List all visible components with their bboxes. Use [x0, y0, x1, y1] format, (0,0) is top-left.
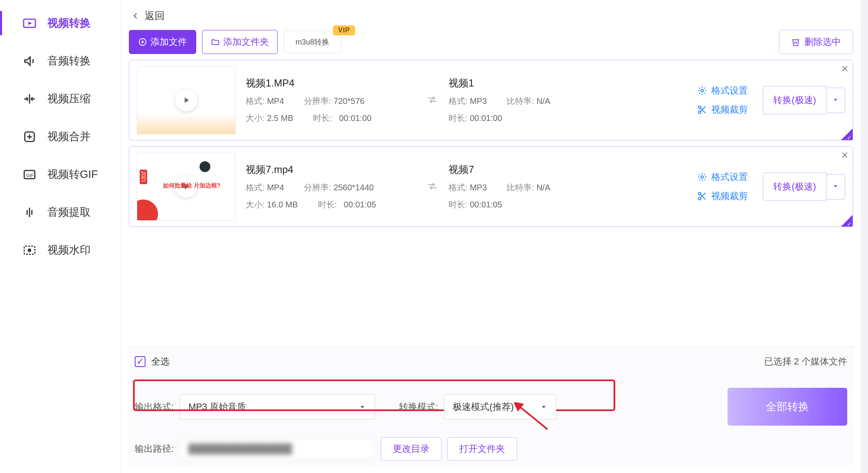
selected-check-icon: ✓: [847, 221, 852, 227]
file-actions: 格式设置 视频裁剪: [697, 84, 748, 116]
sidebar-item-video-merge[interactable]: 视频合并: [0, 118, 121, 155]
sidebar-item-label: 音频提取: [47, 205, 91, 219]
source-filename: 视频1.MP4: [246, 76, 416, 90]
convert-button-group: 转换(极速): [763, 172, 845, 201]
file-thumbnail[interactable]: 2021 如何批量给 片加边框?: [137, 153, 236, 221]
swap-icon: [426, 180, 439, 194]
change-dir-button[interactable]: 更改目录: [381, 437, 441, 461]
sidebar-item-video-convert[interactable]: 视频转换: [0, 4, 121, 42]
sidebar-item-label: 视频压缩: [47, 91, 91, 106]
target-info: 视频7 格式: MP3 比特率: N/A 时长: 00:01:05: [449, 163, 619, 210]
file-actions: 格式设置 视频裁剪: [697, 171, 748, 202]
scissors-icon: [697, 105, 707, 115]
sidebar-item-audio-convert[interactable]: 音频转换: [0, 42, 121, 80]
target-filename: 视频7: [449, 163, 619, 176]
select-all-checkbox[interactable]: ✓: [135, 356, 145, 367]
open-folder-button[interactable]: 打开文件夹: [447, 437, 517, 461]
add-file-button[interactable]: 添加文件: [129, 30, 196, 54]
file-card[interactable]: ✕ ✓ 2021 如何批量给 片加边框? 视频7.mp4 格式: MP4 分辨率…: [129, 146, 853, 227]
output-path-field[interactable]: ████████████████: [180, 438, 375, 460]
m3u8-label: m3u8转换: [296, 38, 329, 46]
video-compress-icon: [22, 92, 37, 106]
add-file-label: 添加文件: [150, 36, 187, 48]
sidebar-item-label: 视频转GIF: [47, 167, 98, 182]
sidebar-item-label: 视频转换: [47, 16, 91, 30]
source-info: 视频7.mp4 格式: MP4 分辨率: 2560*1440 大小: 16.0 …: [246, 163, 416, 210]
sidebar-item-video-watermark[interactable]: 视频水印: [0, 231, 121, 269]
thumb-text: 如何批量给 片加边框?: [163, 182, 220, 190]
convert-dropdown-button[interactable]: [826, 88, 845, 113]
convert-dropdown-button[interactable]: [826, 174, 845, 200]
convert-button-group: 转换(极速): [763, 86, 845, 114]
trash-icon: [791, 37, 800, 47]
plus-circle-icon: [138, 37, 147, 47]
vip-badge: VIP: [333, 25, 355, 35]
sidebar-item-label: 视频合并: [47, 129, 91, 144]
output-path-label: 输出路径:: [135, 443, 174, 455]
close-icon[interactable]: ✕: [841, 150, 848, 161]
video-crop-link[interactable]: 视频裁剪: [697, 103, 748, 116]
sidebar-item-label: 视频水印: [47, 243, 91, 257]
sidebar-item-label: 音频转换: [47, 54, 91, 68]
caret-down-icon: [832, 183, 839, 190]
caret-down-icon: [832, 96, 839, 103]
convert-fast-button[interactable]: 转换(极速): [763, 172, 826, 201]
svg-marker-1: [28, 21, 32, 25]
video-watermark-icon: [22, 243, 37, 257]
svg-point-25: [701, 176, 703, 178]
play-icon: [175, 89, 197, 111]
format-settings-link[interactable]: 格式设置: [697, 84, 748, 97]
video-convert-icon: [22, 16, 37, 30]
selection-row: ✓ 全选 已选择 2 个媒体文件: [135, 355, 847, 383]
delete-selected-button[interactable]: 删除选中: [779, 30, 853, 54]
file-thumbnail[interactable]: [137, 66, 236, 134]
swap-icon: [426, 94, 439, 107]
sidebar: 视频转换 音频转换 视频压缩 视频合并 GIF 视频转GIF 音频提取 视频水印: [0, 0, 121, 473]
svg-point-26: [698, 192, 701, 195]
svg-point-27: [698, 197, 701, 200]
toolbar: 添加文件 添加文件夹 m3u8转换 VIP 删除选中: [129, 30, 853, 60]
mode-label: 转换模式:: [399, 401, 438, 413]
selection-count: 已选择 2 个媒体文件: [764, 355, 848, 368]
target-filename: 视频1: [449, 76, 619, 90]
svg-marker-31: [361, 406, 365, 408]
file-card[interactable]: ✕ ✓ 视频1.MP4 格式: MP4 分辨率: 720*576 大小: 2.5…: [129, 60, 853, 140]
target-info: 视频1 格式: MP3 比特率: N/A 时长: 00:01:00: [449, 76, 619, 124]
svg-marker-23: [834, 99, 837, 101]
folder-icon: [211, 37, 220, 47]
path-row: 输出路径: ████████████████ 更改目录 打开文件夹: [135, 431, 847, 461]
gear-icon: [697, 172, 707, 182]
file-list: ✕ ✓ 视频1.MP4 格式: MP4 分辨率: 720*576 大小: 2.5…: [129, 60, 853, 227]
video-crop-link[interactable]: 视频裁剪: [697, 190, 748, 202]
close-icon[interactable]: ✕: [841, 64, 848, 74]
svg-point-20: [698, 111, 701, 113]
sidebar-item-audio-extract[interactable]: 音频提取: [0, 193, 121, 231]
video-to-gif-icon: GIF: [22, 168, 37, 182]
sidebar-item-video-compress[interactable]: 视频压缩: [0, 80, 121, 118]
source-info: 视频1.MP4 格式: MP4 分辨率: 720*576 大小: 2.5 MB …: [246, 76, 416, 124]
output-format-label: 输出格式:: [135, 401, 174, 413]
output-format-select[interactable]: MP3 原始音质: [180, 394, 375, 419]
format-settings-link[interactable]: 格式设置: [697, 171, 748, 183]
chevron-left-icon: [131, 12, 140, 20]
svg-text:GIF: GIF: [26, 172, 34, 177]
convert-all-button[interactable]: 全部转换: [727, 388, 847, 426]
bottom-bar: ✓ 全选 已选择 2 个媒体文件 输出格式: MP3 原始音质 转换模式: 极速…: [129, 347, 853, 466]
add-folder-label: 添加文件夹: [223, 36, 269, 48]
caret-down-icon: [359, 403, 366, 411]
annotation-arrow: [510, 402, 552, 434]
svg-point-19: [698, 106, 701, 108]
mode-select[interactable]: 极速模式(推荐): [444, 394, 556, 419]
add-folder-button[interactable]: 添加文件夹: [202, 30, 278, 54]
back-button[interactable]: 返回: [129, 6, 853, 30]
audio-extract-icon: [22, 205, 37, 219]
sidebar-item-video-to-gif[interactable]: GIF 视频转GIF: [0, 155, 121, 193]
convert-fast-button[interactable]: 转换(极速): [763, 86, 826, 114]
source-filename: 视频7.mp4: [246, 163, 416, 176]
m3u8-convert-button[interactable]: m3u8转换 VIP: [284, 31, 341, 53]
selected-check-icon: ✓: [847, 134, 852, 141]
format-row: 输出格式: MP3 原始音质 转换模式: 极速模式(推荐) 全部转换: [135, 383, 847, 431]
scissors-icon: [697, 191, 707, 201]
svg-point-18: [701, 89, 703, 92]
right-edge-strip: [861, 0, 868, 473]
